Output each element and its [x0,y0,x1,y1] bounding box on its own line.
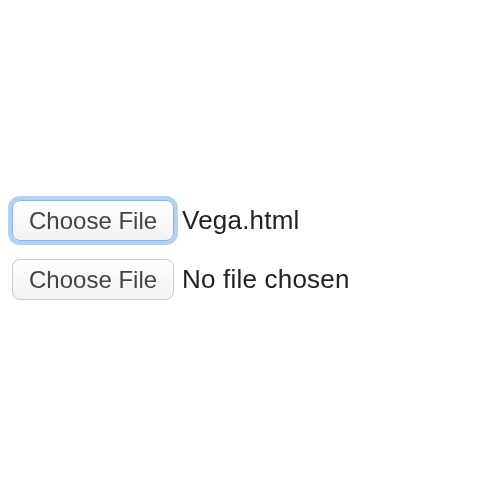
choose-file-button[interactable]: Choose File [12,200,174,241]
file-input-row-2: Choose File No file chosen [12,259,500,300]
choose-file-button[interactable]: Choose File [12,259,174,300]
file-input-row-1: Choose File Vega.html [12,200,500,241]
selected-filename: No file chosen [182,264,350,295]
selected-filename: Vega.html [182,205,299,236]
